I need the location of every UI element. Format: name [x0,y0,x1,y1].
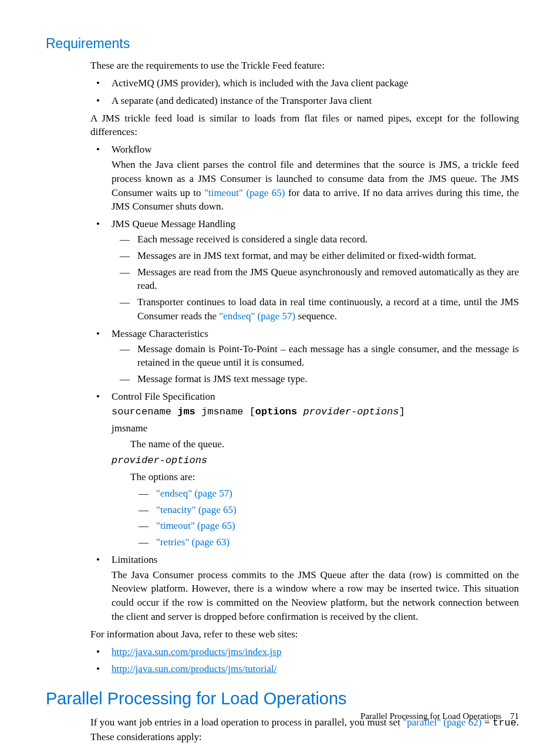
text: If you want job entries in a load operat… [90,717,403,728]
bullet-label: Message Characteristics [112,328,208,339]
xref-endseq[interactable]: "endseq" (page 57) [219,310,295,322]
link-java-jms-tutorial[interactable]: http://java.sun.com/products/jms/tutoria… [112,663,276,674]
xref-timeout[interactable]: "timeout" (page 65) [156,520,235,531]
list-item: Message domain is Point-To-Point – each … [112,342,519,370]
xref-retries[interactable]: "retries" (page 63) [156,536,230,548]
list-item: http://java.sun.com/products/jms/index.j… [90,645,519,659]
paragraph: The Java Consumer process commits to the… [112,568,519,624]
xref-tenacity[interactable]: "tenacity" (page 65) [156,504,237,515]
footer-section-title: Parallel Processing for Load Operations [360,711,501,721]
xref-endseq[interactable]: "endseq" (page 57) [156,488,232,499]
list-item: ActiveMQ (JMS provider), which is includ… [90,76,519,90]
list-item-limitations: Limitations The Java Consumer process co… [90,553,519,624]
code: jmsname [ [195,406,255,417]
code: ] [399,406,405,417]
list-item-jms-handling: JMS Queue Message Handling Each message … [90,217,519,323]
list-item: Messages are in JMS text format, and may… [112,249,519,263]
list-item: http://java.sun.com/products/jms/tutoria… [90,662,519,676]
code-bold: options [255,406,297,417]
page-number: 71 [510,711,519,721]
text: sequence. [295,310,337,322]
definition-term: provider-options [112,454,519,468]
list-item: "retries" (page 63) [130,535,519,549]
heading-requirements: Requirements [46,34,519,53]
heading-parallel-processing: Parallel Processing for Load Operations [46,687,519,711]
list-item: "timeout" (page 65) [130,519,519,533]
code-italic: provider-options [303,406,399,417]
list-item: Each message received is considered a si… [112,232,519,247]
list-item: Transporter continues to load data in re… [112,295,519,323]
xref-timeout[interactable]: "timeout" (page 65) [204,187,285,198]
list-item: "tenacity" (page 65) [130,503,519,517]
link-java-jms-index[interactable]: http://java.sun.com/products/jms/index.j… [112,646,281,657]
page-footer: Parallel Processing for Load Operations … [360,710,519,723]
list-item-control-file-spec: Control File Specification sourcename jm… [90,390,519,549]
list-item-message-characteristics: Message Characteristics Message domain i… [90,327,519,386]
paragraph: These are the requirements to use the Tr… [90,59,519,73]
list-item: Message format is JMS text message type. [112,372,519,386]
paragraph: For information about Java, refer to the… [90,627,519,642]
list-item: "endseq" (page 57) [130,487,519,501]
code-bold: jms [177,406,195,417]
code: sourcename [112,406,177,417]
definition-desc: The options are: [130,470,519,484]
definition-term: jmsname [112,421,519,436]
paragraph: A JMS trickle feed load is similar to lo… [90,112,519,140]
definition-desc: The name of the queue. [130,437,519,451]
bullet-label: Limitations [112,554,157,565]
list-item: Messages are read from the JMS Queue asy… [112,265,519,293]
bullet-label: Control File Specification [112,391,215,402]
code [297,406,303,417]
bullet-label: JMS Queue Message Handling [112,218,235,229]
list-item-workflow: Workflow When the Java client parses the… [90,143,519,214]
list-item: A separate (and dedicated) instance of t… [90,94,519,108]
bullet-label: Workflow [112,144,152,155]
